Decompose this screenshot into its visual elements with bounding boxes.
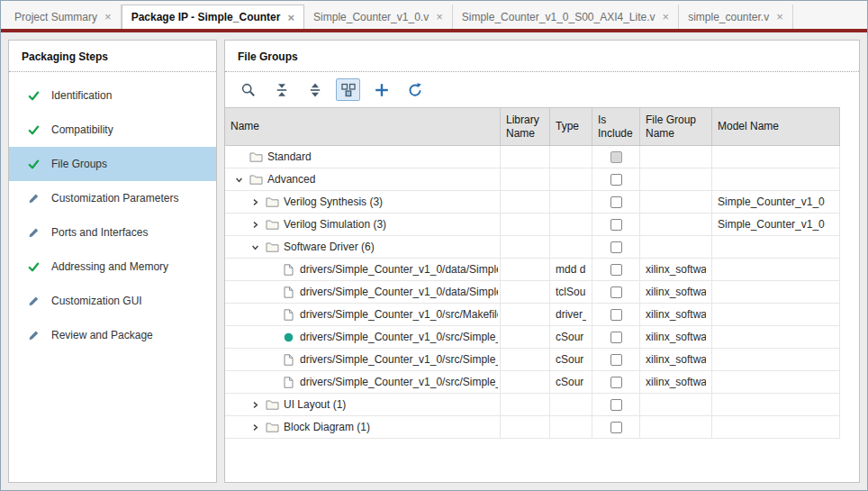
table-row[interactable]: Verilog Synthesis (3)Simple_Counter_v1_0 xyxy=(225,191,840,214)
tab-simple-counter-v1-0-s00-axi4-lite-v[interactable]: Simple_Counter_v1_0_S00_AXI4_Lite.v× xyxy=(453,5,679,29)
tab-simple-counter-v1-0-v[interactable]: Simple_Counter_v1_0.v× xyxy=(304,5,453,29)
tab-close-icon[interactable]: × xyxy=(436,11,443,23)
sidebar-item-identification[interactable]: Identification xyxy=(9,78,216,113)
table-row[interactable]: drivers/Simple_Counter_v1_0/data/Simplem… xyxy=(225,259,840,281)
chevron-down-icon[interactable] xyxy=(232,176,245,184)
table-body: StandardAdvancedVerilog Synthesis (3)Sim… xyxy=(225,146,840,439)
file-icon xyxy=(282,354,295,366)
table-row[interactable]: Verilog Simulation (3)Simple_Counter_v1_… xyxy=(225,214,840,236)
sidebar-item-review-and-package[interactable]: Review and Package xyxy=(9,318,216,352)
is-include-checkbox[interactable] xyxy=(610,399,622,411)
tab-project-summary[interactable]: Project Summary× xyxy=(5,5,122,29)
is-include-checkbox[interactable] xyxy=(610,377,622,388)
column-header-name[interactable]: Name xyxy=(225,108,501,145)
type-cell xyxy=(550,236,592,258)
table-row[interactable]: Advanced xyxy=(225,168,840,191)
is-include-checkbox[interactable] xyxy=(610,264,622,276)
library-name-cell xyxy=(501,326,550,348)
sidebar-item-ports-and-interfaces[interactable]: Ports and Interfaces xyxy=(9,215,216,250)
type-value: cSour xyxy=(556,376,583,388)
file-group-value: xilinx_softwa xyxy=(646,353,706,366)
tab-close-icon[interactable]: × xyxy=(287,12,294,23)
chevron-right-icon[interactable] xyxy=(249,221,261,229)
is-include-checkbox[interactable] xyxy=(610,219,622,231)
search-button[interactable] xyxy=(236,78,260,101)
file-name: drivers/Simple_Counter_v1_0/src/Makefile xyxy=(300,308,498,321)
table-row[interactable]: Software Driver (6) xyxy=(225,236,840,259)
is-include-checkbox[interactable] xyxy=(610,286,622,298)
is-include-checkbox[interactable] xyxy=(610,151,622,163)
chevron-right-icon[interactable] xyxy=(249,401,261,409)
sidebar-item-label: Customization GUI xyxy=(51,295,142,307)
type-cell xyxy=(550,214,592,235)
model-name-cell xyxy=(712,236,840,258)
type-cell: tclSou xyxy=(550,281,592,303)
is-include-checkbox[interactable] xyxy=(610,422,622,433)
chevron-right-icon[interactable] xyxy=(249,423,261,432)
file-group-name-cell: xilinx_softwa xyxy=(640,281,712,303)
chevron-right-icon[interactable] xyxy=(249,198,261,206)
library-name-cell xyxy=(501,259,550,280)
name-cell: drivers/Simple_Counter_v1_0/data/Simple xyxy=(225,281,501,303)
file-group-name-cell xyxy=(640,394,712,415)
refresh-icon xyxy=(407,82,423,98)
type-cell: driver_ xyxy=(550,304,592,325)
type-value: driver_ xyxy=(556,308,586,321)
is-include-checkbox[interactable] xyxy=(610,241,622,253)
tab-label: Simple_Counter_v1_0.v xyxy=(313,11,429,23)
table-row[interactable]: drivers/Simple_Counter_v1_0/src/Simple_c… xyxy=(225,349,840,371)
model-name-value: Simple_Counter_v1_0 xyxy=(718,218,825,231)
column-header-type[interactable]: Type xyxy=(550,108,592,145)
table-row[interactable]: drivers/Simple_Counter_v1_0/data/Simplet… xyxy=(225,281,840,304)
is-include-checkbox[interactable] xyxy=(610,332,622,343)
library-name-cell xyxy=(501,304,550,325)
vivado-window: Project Summary×Package IP - Simple_Coun… xyxy=(0,0,868,491)
tab-close-icon[interactable]: × xyxy=(104,11,112,23)
sidebar-item-customization-gui[interactable]: Customization GUI xyxy=(9,284,216,318)
group-files-button[interactable] xyxy=(336,78,360,101)
library-name-cell xyxy=(501,371,550,393)
sidebar-item-addressing-and-memory[interactable]: Addressing and Memory xyxy=(9,250,216,284)
folder-icon xyxy=(266,422,279,432)
sidebar-item-file-groups[interactable]: File Groups xyxy=(9,147,216,181)
collapse-all-button[interactable] xyxy=(269,78,294,101)
type-value: cSour xyxy=(556,353,583,366)
sidebar-item-customization-parameters[interactable]: Customization Parameters xyxy=(9,181,216,215)
table-row[interactable]: UI Layout (1) xyxy=(225,394,840,416)
column-header-file-group-name[interactable]: File Group Name xyxy=(640,108,712,145)
tab-package-ip-simple-counter[interactable]: Package IP - Simple_Counter× xyxy=(122,5,304,29)
table-row[interactable]: drivers/Simple_Counter_v1_0/src/Makefile… xyxy=(225,304,840,326)
sidebar-item-compatibility[interactable]: Compatibility xyxy=(9,113,216,147)
column-header-library-name[interactable]: Library Name xyxy=(501,108,550,145)
type-value: cSour xyxy=(556,331,583,343)
name-cell: drivers/Simple_Counter_v1_0/src/Simple_ xyxy=(225,326,501,348)
file-group-name-cell xyxy=(640,146,712,168)
tab-close-icon[interactable]: × xyxy=(663,11,670,23)
file-group-name-cell: xilinx_softwa xyxy=(640,349,712,370)
library-name-cell xyxy=(501,416,550,438)
expand-all-button[interactable] xyxy=(303,78,327,101)
edit-icon xyxy=(28,330,40,341)
is-include-cell xyxy=(592,416,640,438)
chevron-down-icon[interactable] xyxy=(249,243,261,251)
table-row[interactable]: Standard xyxy=(225,146,840,168)
table-row[interactable]: Block Diagram (1) xyxy=(225,416,840,439)
model-name-cell xyxy=(712,394,840,415)
is-include-checkbox[interactable] xyxy=(610,309,622,321)
tab-close-icon[interactable]: × xyxy=(776,11,783,23)
table-row[interactable]: drivers/Simple_Counter_v1_0/src/Simple_c… xyxy=(225,326,840,349)
column-header-model-name[interactable]: Model Name xyxy=(712,108,840,145)
is-include-checkbox[interactable] xyxy=(610,174,622,186)
model-name-cell xyxy=(712,146,840,168)
column-header-is-include[interactable]: Is Include xyxy=(592,108,640,145)
is-include-checkbox[interactable] xyxy=(610,196,622,208)
refresh-button[interactable] xyxy=(402,78,427,101)
tab-simple-counter-v[interactable]: simple_counter.v× xyxy=(679,5,793,29)
add-button[interactable] xyxy=(369,78,393,101)
table-row[interactable]: drivers/Simple_Counter_v1_0/src/Simple_c… xyxy=(225,371,840,394)
is-include-checkbox[interactable] xyxy=(610,354,622,366)
library-name-cell xyxy=(501,236,550,258)
type-cell: cSour xyxy=(550,349,592,370)
collapse-all-icon xyxy=(274,82,290,98)
add-icon xyxy=(374,82,390,98)
